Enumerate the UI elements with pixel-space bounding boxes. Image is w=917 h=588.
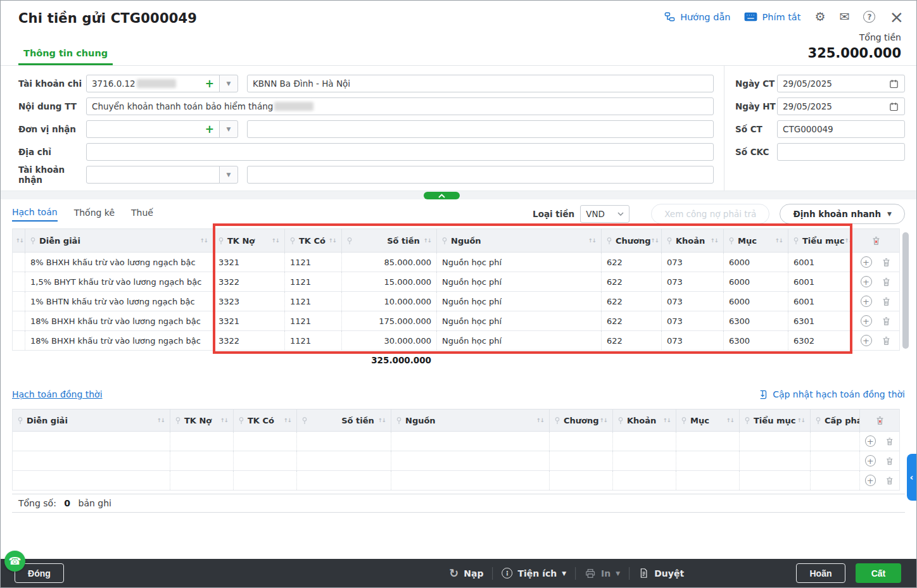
delete-row-icon[interactable]: [881, 277, 892, 287]
receiver-unit-dropdown[interactable]: ▼: [219, 120, 238, 138]
trash-x-icon[interactable]: [871, 235, 882, 246]
col-tieu-muc[interactable]: Tiểu mục↑↓: [788, 229, 852, 252]
account-pay-dropdown[interactable]: ▼: [219, 75, 238, 92]
reload-button[interactable]: ↻ Nạp: [449, 566, 483, 580]
tab-thong-tin-chung[interactable]: Thông tin chung: [18, 48, 113, 65]
col-khoan[interactable]: Khoản↑↓: [662, 229, 724, 252]
pin-icon[interactable]: [239, 417, 244, 424]
pin-icon[interactable]: [794, 237, 799, 244]
col-dien-giai[interactable]: Diễn giải↑↓: [13, 410, 170, 431]
table-scrollbar[interactable]: [902, 232, 909, 349]
treasury-input[interactable]: KBNN Ba Đình - Hà Nội: [247, 75, 714, 92]
table-row[interactable]: 1,5% BHYT khấu trừ vào lương ngạch bậc33…: [13, 272, 899, 292]
trash-x-icon[interactable]: [875, 415, 885, 426]
pin-icon[interactable]: [396, 417, 402, 424]
send-mail-icon[interactable]: ✉: [839, 11, 849, 23]
col-chuong[interactable]: Chương↑↓: [550, 410, 613, 431]
col-chuong[interactable]: Chương↑↓: [602, 229, 662, 252]
print-button[interactable]: In ▼: [585, 568, 620, 579]
collapse-form-button[interactable]: [424, 192, 460, 199]
utilities-button[interactable]: ⋮ Tiện ích ▼: [502, 568, 566, 579]
table-row[interactable]: 18% BHXH khấu trừ vào lương ngạch bậc332…: [13, 331, 899, 351]
quick-entry-button[interactable]: Định khoản nhanh ▼: [780, 204, 905, 224]
empty-row[interactable]: +: [13, 451, 899, 471]
pin-icon[interactable]: [607, 237, 612, 244]
delete-row-icon[interactable]: [885, 436, 894, 447]
pin-icon[interactable]: [442, 237, 447, 244]
pin-icon[interactable]: [347, 237, 352, 244]
settings-gear-icon[interactable]: ⚙: [814, 11, 825, 23]
pin-icon[interactable]: [618, 417, 623, 424]
guide-link[interactable]: Hướng dẫn: [664, 11, 730, 23]
table-row[interactable]: 18% BHXH khấu trừ vào lương ngạch bậc332…: [13, 311, 899, 331]
add-row-icon[interactable]: +: [861, 315, 872, 327]
col-khoan[interactable]: Khoản↑↓: [613, 410, 676, 431]
account-pay-input[interactable]: 3716.0.12 +: [86, 75, 220, 92]
col-tk-co[interactable]: TK Có↑↓: [234, 410, 297, 431]
empty-row[interactable]: +: [13, 432, 899, 451]
add-row-icon[interactable]: +: [861, 256, 872, 268]
ckc-number-input[interactable]: [777, 143, 905, 161]
col-cap-phat[interactable]: Cấp phá: [811, 410, 860, 431]
delete-row-icon[interactable]: [881, 316, 892, 327]
pin-icon[interactable]: [816, 417, 821, 424]
pin-icon[interactable]: [218, 237, 224, 244]
close-icon[interactable]: ×: [889, 11, 904, 23]
col-muc[interactable]: Mục↑↓: [724, 229, 788, 252]
col-tk-no[interactable]: TK Nợ↑↓: [170, 410, 234, 431]
col-tieu-muc[interactable]: Tiểu mục↑↓: [740, 410, 811, 431]
add-row-icon[interactable]: +: [865, 475, 876, 486]
pin-icon[interactable]: [667, 237, 672, 244]
col-tk-co[interactable]: TK Có↑↓: [285, 229, 342, 252]
view-debt-button[interactable]: Xem công nợ phải trả: [651, 204, 769, 224]
payment-content-input[interactable]: Chuyển khoản thanh toán bảo hiểm tháng: [86, 97, 714, 115]
delete-row-icon[interactable]: [881, 335, 892, 346]
delete-row-icon[interactable]: [885, 456, 894, 466]
side-panel-toggle[interactable]: ‹: [907, 454, 916, 501]
add-row-icon[interactable]: +: [861, 276, 872, 287]
pin-icon[interactable]: [681, 417, 686, 424]
shortcut-link[interactable]: Phím tắt: [744, 11, 800, 22]
update-simultaneous-link[interactable]: Cập nhật hạch toán đồng thời: [757, 389, 905, 400]
pin-icon[interactable]: [302, 417, 307, 424]
col-dien-giai[interactable]: Diễn giải↑↓: [25, 229, 213, 252]
doc-number-input[interactable]: CTG000049: [777, 120, 905, 138]
tab-hach-toan[interactable]: Hạch toán: [12, 207, 58, 222]
postpone-button[interactable]: Hoãn: [796, 563, 845, 583]
save-button[interactable]: Cất: [856, 563, 901, 583]
calendar-icon[interactable]: [889, 101, 899, 112]
receiver-unit-input[interactable]: +: [86, 120, 220, 138]
tab-thue[interactable]: Thuế: [131, 208, 153, 221]
sort-column-header[interactable]: ↑↓: [13, 229, 25, 252]
delete-row-icon[interactable]: [881, 296, 892, 307]
pin-icon[interactable]: [555, 417, 560, 424]
approve-button[interactable]: Duyệt: [638, 568, 684, 579]
empty-row[interactable]: +: [13, 471, 899, 491]
col-so-tien[interactable]: Số tiền↑↓: [297, 410, 391, 431]
delete-all-column[interactable]: [852, 229, 899, 252]
receiver-account-input[interactable]: [86, 166, 220, 184]
delete-all-column[interactable]: [860, 410, 899, 431]
col-so-tien[interactable]: Số tiền↑↓: [342, 229, 437, 252]
add-icon[interactable]: +: [205, 77, 214, 90]
delete-row-icon[interactable]: [881, 257, 892, 268]
help-icon[interactable]: ?: [863, 11, 875, 23]
pin-icon[interactable]: [729, 237, 734, 244]
support-phone-icon[interactable]: ☎: [4, 551, 25, 572]
receiver-account-name-input[interactable]: [247, 166, 714, 184]
pin-icon[interactable]: [18, 417, 23, 424]
tab-thong-ke[interactable]: Thống kê: [74, 208, 115, 221]
simultaneous-accounting-link[interactable]: Hạch toán đồng thời: [12, 389, 103, 399]
pin-icon[interactable]: [30, 237, 35, 244]
posting-date-input[interactable]: 29/05/2025: [777, 97, 905, 115]
add-row-icon[interactable]: +: [861, 296, 872, 307]
add-row-icon[interactable]: +: [861, 335, 872, 346]
col-nguon[interactable]: Nguồn↑↓: [391, 410, 550, 431]
table-row[interactable]: 1% BHTN khấu trừ vào lương ngạch bậc3323…: [13, 292, 899, 311]
table-row[interactable]: 8% BHXH khấu trừ vào lương ngạch bậc3321…: [13, 253, 899, 272]
add-icon[interactable]: +: [205, 123, 214, 135]
pin-icon[interactable]: [745, 417, 750, 424]
address-input[interactable]: [86, 143, 714, 161]
calendar-icon[interactable]: [889, 78, 899, 89]
add-row-icon[interactable]: +: [865, 455, 876, 466]
